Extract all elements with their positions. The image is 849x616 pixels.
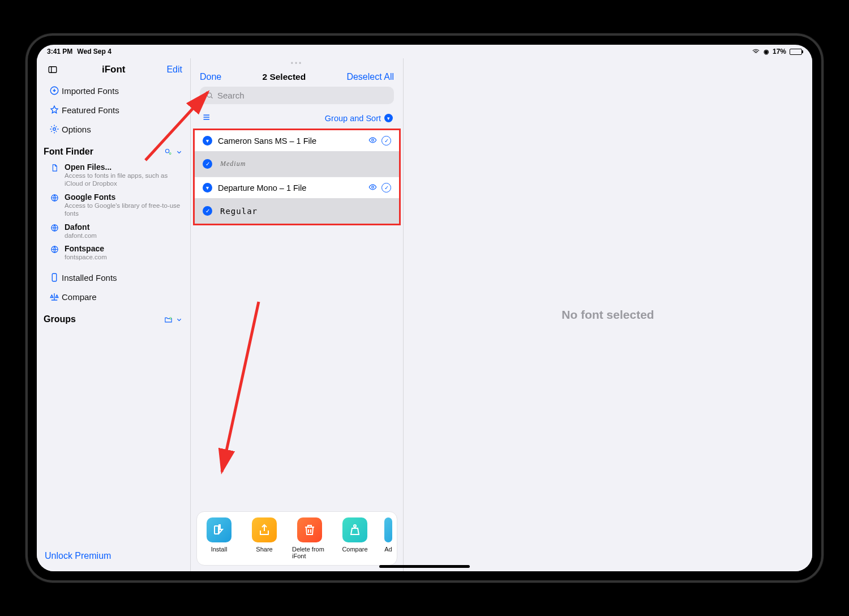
ellipsis-icon[interactable]: ••• xyxy=(191,58,403,67)
finder-google-fonts[interactable]: Google FontsAccess to Google's library o… xyxy=(37,190,190,220)
svg-point-13 xyxy=(372,186,374,189)
status-bar: 3:41 PM Wed Sep 4 ◉ 17% xyxy=(37,45,812,58)
sidebar: iFont Edit Imported Fonts Featured Fonts xyxy=(37,58,191,571)
collapse-icon[interactable]: ▾ xyxy=(203,136,212,146)
unlock-premium-button[interactable]: Unlock Premium xyxy=(45,551,111,561)
status-time: 3:41 PM xyxy=(47,48,72,55)
finder-open-files[interactable]: Open Files...Access to fonts in file app… xyxy=(37,160,190,190)
variant-label: Regular xyxy=(220,207,258,216)
sidebar-item-label: Options xyxy=(62,125,91,134)
svg-point-12 xyxy=(372,139,374,142)
font-finder-heading: Font Finder xyxy=(37,139,190,160)
download-circle-icon xyxy=(47,85,62,96)
list-filter-icon[interactable] xyxy=(201,112,211,124)
search-input[interactable]: Search xyxy=(200,87,394,104)
font-list: ▾ Cameron Sans MS – 1 File ✓ ✓ Medium ▾ … xyxy=(193,129,401,225)
search-placeholder: Search xyxy=(217,91,245,100)
selected-check-icon[interactable]: ✓ xyxy=(203,206,212,216)
action-toolbar: Install Share Delete from iFont Compare xyxy=(196,511,397,566)
font-finder-add-icon[interactable] xyxy=(164,148,183,156)
globe-icon xyxy=(50,245,59,256)
collapse-icon[interactable]: ▾ xyxy=(203,183,212,192)
compare-button[interactable]: Compare xyxy=(337,517,372,559)
selection-count: 2 Selected xyxy=(262,72,306,82)
wifi-icon xyxy=(752,48,760,56)
finder-dafont[interactable]: Dafontdafont.com xyxy=(37,220,190,242)
empty-state-text: No font selected xyxy=(561,308,654,322)
device-icon xyxy=(47,272,62,283)
install-icon xyxy=(207,517,231,542)
finder-fontspace[interactable]: Fontspacefontspace.com xyxy=(37,242,190,263)
svg-rect-8 xyxy=(52,274,57,282)
sidebar-item-options[interactable]: Options xyxy=(41,119,186,139)
app-title: iFont xyxy=(61,64,166,75)
share-button[interactable]: Share xyxy=(247,517,282,559)
group-sort-button[interactable]: Group and Sort ▾ xyxy=(325,114,393,123)
more-action-button[interactable]: Ad xyxy=(383,517,394,559)
sidebar-item-label: Compare xyxy=(62,292,97,302)
eye-icon[interactable] xyxy=(368,136,377,144)
star-icon xyxy=(47,105,62,115)
svg-point-15 xyxy=(354,525,356,527)
font-group-departure[interactable]: ▾ Departure Mono – 1 File ✓ xyxy=(195,177,399,198)
check-circle-icon[interactable]: ✓ xyxy=(381,136,391,146)
sidebar-item-label: Featured Fonts xyxy=(62,105,119,115)
scale-icon xyxy=(47,292,62,302)
svg-rect-0 xyxy=(49,67,57,73)
font-name: Departure Mono – 1 File xyxy=(218,183,363,192)
svg-line-17 xyxy=(222,302,259,472)
font-group-cameron[interactable]: ▾ Cameron Sans MS – 1 File ✓ xyxy=(195,130,399,151)
location-icon: ◉ xyxy=(764,48,769,55)
delete-button[interactable]: Delete from iFont xyxy=(292,517,327,559)
sidebar-item-label: Imported Fonts xyxy=(62,86,119,96)
share-icon xyxy=(252,517,277,542)
variant-label: Medium xyxy=(220,160,246,168)
screen: 3:41 PM Wed Sep 4 ◉ 17% iFont Edit xyxy=(37,45,812,571)
gear-icon xyxy=(47,124,62,134)
font-name: Cameron Sans MS – 1 File xyxy=(218,136,363,146)
sidebar-item-compare[interactable]: Compare xyxy=(41,287,186,306)
font-variant-row[interactable]: ✓ Regular xyxy=(195,198,399,224)
eye-icon[interactable] xyxy=(368,183,377,191)
install-button[interactable]: Install xyxy=(201,517,237,559)
font-list-column: ••• Done 2 Selected Deselect All Search xyxy=(191,58,404,571)
home-indicator[interactable] xyxy=(379,565,470,568)
sidebar-item-imported[interactable]: Imported Fonts xyxy=(41,81,186,100)
search-icon xyxy=(205,91,214,100)
globe-icon xyxy=(50,194,59,204)
done-button[interactable]: Done xyxy=(200,72,221,82)
detail-pane: No font selected xyxy=(404,58,812,571)
check-circle-icon[interactable]: ✓ xyxy=(381,183,391,192)
status-date: Wed Sep 4 xyxy=(77,48,111,55)
ipad-frame: 3:41 PM Wed Sep 4 ◉ 17% iFont Edit xyxy=(25,33,824,583)
svg-point-3 xyxy=(53,128,56,131)
battery-pct: 17% xyxy=(773,48,786,55)
trash-icon xyxy=(297,517,322,542)
chevron-down-icon: ▾ xyxy=(384,114,393,122)
font-variant-row[interactable]: ✓ Medium xyxy=(195,151,399,177)
sidebar-item-featured[interactable]: Featured Fonts xyxy=(41,100,186,119)
sidebar-item-installed[interactable]: Installed Fonts xyxy=(41,268,186,287)
svg-point-11 xyxy=(207,93,212,97)
battery-icon xyxy=(790,49,802,55)
deselect-all-button[interactable]: Deselect All xyxy=(346,72,394,82)
file-icon xyxy=(50,164,59,174)
weight-icon xyxy=(342,517,367,542)
sidebar-toggle-icon[interactable] xyxy=(45,65,61,75)
annotation-arrow-toolbar xyxy=(208,296,270,483)
edit-button[interactable]: Edit xyxy=(166,65,182,75)
sidebar-item-label: Installed Fonts xyxy=(62,273,117,283)
globe-icon xyxy=(50,224,59,234)
groups-heading: Groups xyxy=(37,306,190,328)
svg-rect-14 xyxy=(215,526,218,534)
more-icon xyxy=(384,517,392,542)
groups-add-icon[interactable] xyxy=(164,315,183,324)
selected-check-icon[interactable]: ✓ xyxy=(203,159,212,169)
